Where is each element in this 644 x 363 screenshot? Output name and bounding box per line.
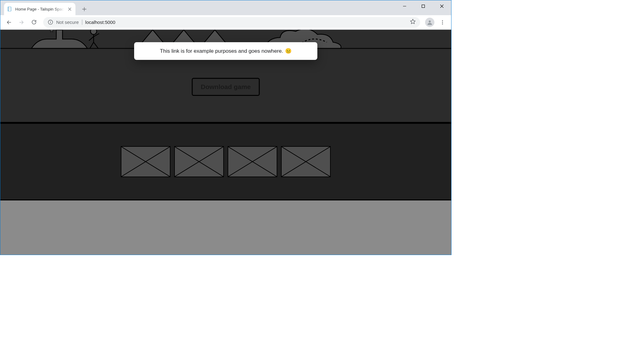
minimize-button[interactable]: [395, 0, 414, 12]
browser-tab[interactable]: Home Page - Tailspin SpaceGame: [4, 3, 75, 15]
neutral-face-emoji-icon: 😐: [285, 48, 292, 54]
svg-rect-1: [8, 7, 8, 11]
svg-point-7: [50, 21, 51, 21]
profile-button[interactable]: [425, 18, 434, 27]
maximize-button[interactable]: [414, 0, 433, 12]
back-button[interactable]: [3, 17, 15, 28]
reload-button[interactable]: [28, 17, 39, 28]
page-viewport: Download game This link is for example p…: [0, 30, 451, 255]
browser-chrome: Home Page - Tailspin SpaceGame N: [0, 0, 451, 30]
browser-toolbar: Not secure localhost:5000: [0, 15, 451, 29]
tab-strip: Home Page - Tailspin SpaceGame: [0, 0, 451, 15]
kebab-menu-icon[interactable]: [437, 17, 448, 28]
security-status-label: Not secure: [56, 20, 82, 25]
url-text: localhost:5000: [85, 20, 116, 25]
svg-point-11: [442, 22, 443, 23]
svg-rect-0: [8, 7, 11, 11]
svg-point-10: [442, 20, 443, 21]
close-tab-icon[interactable]: [67, 6, 72, 12]
window-controls: [395, 0, 451, 12]
svg-point-12: [442, 23, 443, 24]
svg-rect-8: [50, 22, 50, 23]
address-bar[interactable]: Not secure localhost:5000: [43, 17, 420, 28]
bookmark-star-icon[interactable]: [410, 19, 416, 26]
info-icon[interactable]: [48, 20, 53, 25]
new-tab-button[interactable]: [79, 4, 89, 14]
modal-backdrop[interactable]: [0, 30, 451, 255]
toast-message: This link is for example purposes and go…: [160, 48, 283, 54]
page-favicon-icon: [7, 6, 13, 12]
svg-point-9: [429, 20, 431, 22]
tab-title: Home Page - Tailspin SpaceGame: [15, 7, 64, 11]
close-window-button[interactable]: [433, 0, 451, 12]
svg-rect-5: [422, 5, 425, 8]
toast-notification: This link is for example purposes and go…: [134, 42, 317, 60]
forward-button[interactable]: [16, 17, 27, 28]
